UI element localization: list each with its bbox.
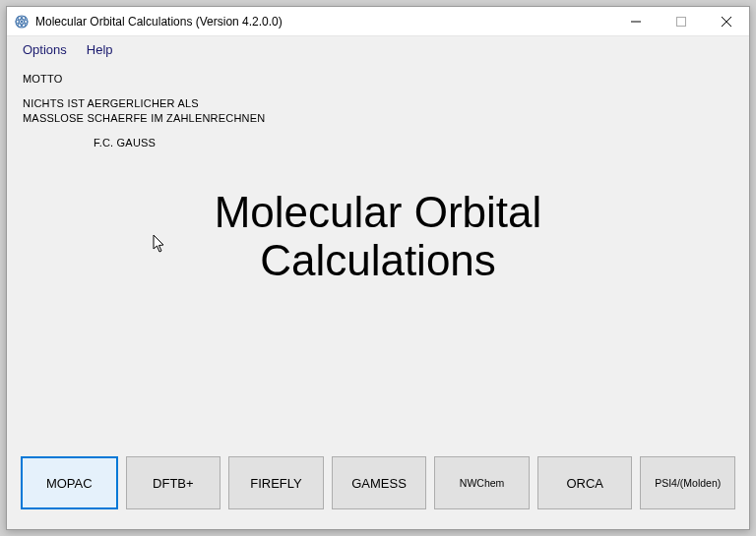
client-area: MOTTO NICHTS IST AERGERLICHER ALS MASSLO… <box>7 62 749 529</box>
minimize-button[interactable] <box>613 7 659 35</box>
motto-block: MOTTO NICHTS IST AERGERLICHER ALS MASSLO… <box>23 72 265 149</box>
main-title-line2: Calculations <box>7 236 749 284</box>
engine-psi4-button[interactable]: PSI4/(Molden) <box>640 456 735 509</box>
engine-dftb-button[interactable]: DFTB+ <box>126 456 221 509</box>
motto-line2: MASSLOSE SCHAERFE IM ZAHLENRECHNEN <box>23 111 265 126</box>
engine-mopac-button[interactable]: MOPAC <box>21 456 118 509</box>
window-title: Molecular Orbital Calculations (Version … <box>35 15 613 29</box>
engine-nwchem-button[interactable]: NWChem <box>434 456 530 509</box>
app-icon <box>14 14 30 30</box>
menu-help[interactable]: Help <box>87 42 113 57</box>
motto-label: MOTTO <box>23 72 265 87</box>
main-title-line1: Molecular Orbital <box>7 188 749 236</box>
menu-options[interactable]: Options <box>23 42 67 57</box>
main-title: Molecular Orbital Calculations <box>7 188 749 285</box>
svg-point-4 <box>21 20 24 23</box>
window-controls <box>613 7 749 35</box>
engine-gamess-button[interactable]: GAMESS <box>332 456 427 509</box>
engine-orca-button[interactable]: ORCA <box>537 456 633 509</box>
menubar: Options Help <box>7 36 749 62</box>
engine-firefly-button[interactable]: FIREFLY <box>228 456 324 509</box>
engine-button-row: MOPAC DFTB+ FIREFLY GAMESS NWChem ORCA P… <box>21 456 735 509</box>
motto-author: F.C. GAUSS <box>23 136 265 150</box>
close-button[interactable] <box>704 7 749 35</box>
titlebar: Molecular Orbital Calculations (Version … <box>7 7 749 36</box>
app-window: Molecular Orbital Calculations (Version … <box>6 6 750 530</box>
svg-rect-6 <box>677 17 686 26</box>
motto-line1: NICHTS IST AERGERLICHER ALS <box>23 96 265 111</box>
maximize-button[interactable] <box>659 7 704 35</box>
